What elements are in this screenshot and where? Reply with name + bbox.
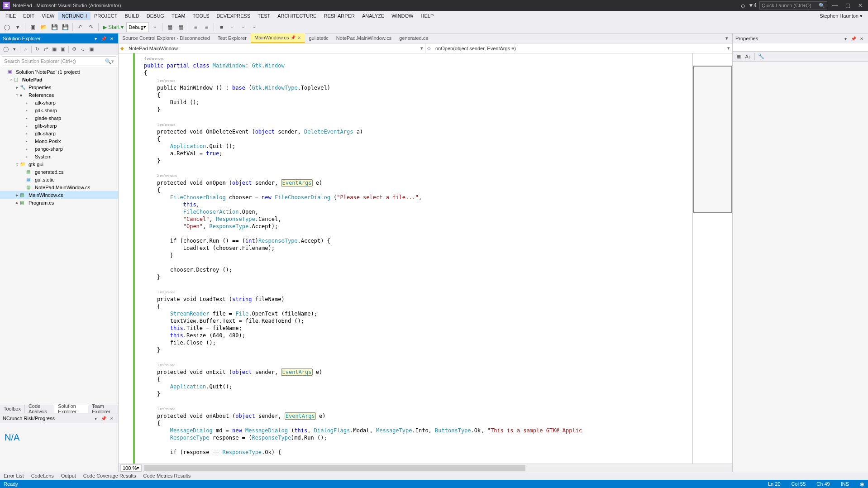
panel-dropdown-button[interactable]: ▾ (92, 35, 99, 42)
tab-error-list[interactable]: Error List (0, 472, 28, 480)
tb-btn[interactable]: ▫ (249, 22, 259, 32)
se-btn[interactable]: ▾ (10, 45, 19, 53)
se-btn[interactable]: ‹› (79, 45, 87, 53)
panel-close-button[interactable]: ✕ (108, 415, 115, 422)
menu-ncrunch[interactable]: NCRUNCH (58, 12, 91, 20)
tree-item[interactable]: atk-sharp (0, 99, 118, 106)
tab-code-coverage[interactable]: Code Coverage Results (80, 472, 140, 480)
menu-view[interactable]: VIEW (38, 12, 58, 20)
tab-output[interactable]: Output (57, 472, 80, 480)
menu-file[interactable]: FILE (2, 12, 19, 20)
menu-window[interactable]: WINDOW (388, 12, 417, 20)
panel-close-button[interactable]: ✕ (108, 35, 115, 42)
tab-code-analysis[interactable]: Code Analysis (25, 405, 54, 413)
start-button[interactable]: ▶ Start ▾ (101, 24, 125, 30)
menu-analyze[interactable]: ANALYZE (358, 12, 388, 20)
undo-button[interactable]: ↶ (75, 22, 85, 32)
tree-item[interactable]: ▿NotePad (0, 76, 118, 83)
panel-pin-button[interactable]: 📌 (850, 35, 857, 42)
tree-item[interactable]: pango-sharp (0, 145, 118, 153)
menu-resharper[interactable]: RESHARPER (320, 12, 358, 20)
panel-close-button[interactable]: ✕ (858, 35, 865, 42)
se-btn[interactable]: ⇄ (42, 45, 50, 53)
alphabetical-button[interactable]: A↓ (744, 53, 752, 61)
se-btn[interactable]: ▣ (50, 45, 58, 53)
back-button[interactable]: ◯ (2, 22, 12, 32)
doc-tab[interactable]: gui.stetic (305, 33, 332, 43)
menu-help[interactable]: HELP (417, 12, 438, 20)
menu-architecture[interactable]: ARCHITECTURE (274, 12, 320, 20)
tree-item[interactable]: Mono.Posix (0, 137, 118, 145)
tab-codelens[interactable]: CodeLens (28, 472, 57, 480)
user-menu[interactable]: Stephen Haunton ▾ (816, 12, 866, 20)
tb-btn[interactable]: ▫ (227, 22, 237, 32)
tab-code-metrics[interactable]: Code Metrics Results (140, 472, 195, 480)
menu-team[interactable]: TEAM (168, 12, 189, 20)
tree-item[interactable]: ▸Program.cs (0, 199, 118, 206)
new-project-button[interactable]: ▣ (28, 22, 38, 32)
nav-member-dropdown[interactable]: onOpen(object sender, EventArgs e)▾ (425, 43, 732, 53)
tab-team-explorer[interactable]: Team Explorer (88, 405, 118, 413)
doc-tab-active[interactable]: MainWindow.cs 📌✕ (251, 33, 305, 43)
tb-btn[interactable]: ≡ (201, 22, 211, 32)
minimap[interactable] (692, 53, 732, 464)
notification-icon[interactable]: ◇ (741, 2, 745, 9)
se-back-button[interactable]: ◯ (2, 45, 10, 53)
se-btn[interactable]: ⚙ (70, 45, 78, 53)
tree-item[interactable]: gtk-sharp (0, 129, 118, 137)
tree-item[interactable]: ▸Properties (0, 83, 118, 91)
forward-button[interactable]: ▾ (13, 22, 23, 32)
properties-object-selector[interactable] (733, 43, 868, 52)
tab-overflow-button[interactable]: ▾ (722, 33, 732, 43)
menu-debug[interactable]: DEBUG (143, 12, 168, 20)
tree-item[interactable]: ▿References (0, 91, 118, 99)
tree-item[interactable]: ▸MainWindow.cs (0, 191, 118, 199)
horizontal-scrollbar[interactable] (144, 465, 730, 471)
tree-item[interactable]: gui.stetic (0, 176, 118, 183)
save-all-button[interactable]: 💾 (60, 22, 70, 32)
panel-pin-button[interactable]: 📌 (100, 415, 107, 422)
solution-explorer-search[interactable]: Search Solution Explorer (Ctrl+;) 🔍▾ (2, 56, 116, 66)
panel-pin-button[interactable]: 📌 (100, 35, 107, 42)
menu-test[interactable]: TEST (254, 12, 274, 20)
tb-btn[interactable]: ≡ (191, 22, 200, 32)
menu-project[interactable]: PROJECT (91, 12, 121, 20)
code-area[interactable]: 4 references public partial class MainWi… (141, 53, 692, 464)
panel-dropdown-button[interactable]: ▾ (92, 415, 99, 422)
tree-item[interactable]: glib-sharp (0, 122, 118, 129)
nav-type-dropdown[interactable]: NotePad.MainWindow▾ (119, 43, 425, 53)
se-home-button[interactable]: ⌂ (22, 45, 30, 53)
tb-btn[interactable]: ▫ (238, 22, 248, 32)
zoom-dropdown[interactable]: 100 % ▾ (120, 464, 142, 472)
tree-item[interactable]: ▿gtk-gui (0, 160, 118, 168)
redo-button[interactable]: ↷ (86, 22, 96, 32)
panel-dropdown-button[interactable]: ▾ (842, 35, 849, 42)
flag-icon[interactable]: ▼4 (748, 2, 757, 9)
menu-build[interactable]: BUILD (121, 12, 143, 20)
save-button[interactable]: 💾 (49, 22, 59, 32)
minimize-button[interactable]: — (830, 1, 840, 10)
config-dropdown[interactable]: Debug ▾ (126, 22, 149, 32)
se-btn[interactable]: ↻ (33, 45, 41, 53)
menu-edit[interactable]: EDIT (19, 12, 38, 20)
doc-tab[interactable]: Test Explorer (214, 33, 251, 43)
close-button[interactable]: ✕ (855, 1, 865, 10)
se-btn[interactable]: ▣ (87, 45, 95, 53)
maximize-button[interactable]: ▢ (843, 1, 853, 10)
tb-btn[interactable]: ▫ (150, 22, 160, 32)
tb-btn[interactable]: ■ (216, 22, 226, 32)
doc-tab[interactable]: Source Control Explorer - Disconnected (119, 33, 214, 43)
pin-icon[interactable]: 📌 (291, 35, 296, 40)
tree-item[interactable]: System (0, 153, 118, 160)
tb-btn[interactable]: ▦ (165, 22, 175, 32)
tree-item[interactable]: Solution 'NotePad' (1 project) (0, 68, 118, 76)
doc-tab[interactable]: generated.cs (396, 33, 432, 43)
tree-item[interactable]: generated.cs (0, 168, 118, 176)
tb-btn[interactable]: ▦ (176, 22, 186, 32)
se-btn[interactable]: ▣ (59, 45, 67, 53)
tab-solution-explorer[interactable]: Solution Explorer (54, 405, 88, 413)
menu-devexpress[interactable]: DEVEXPRESS (213, 12, 254, 20)
tab-toolbox[interactable]: Toolbox (0, 405, 25, 413)
prop-btn[interactable]: 🔧 (757, 53, 765, 61)
tree-item[interactable]: NotePad.MainWindow.cs (0, 183, 118, 191)
